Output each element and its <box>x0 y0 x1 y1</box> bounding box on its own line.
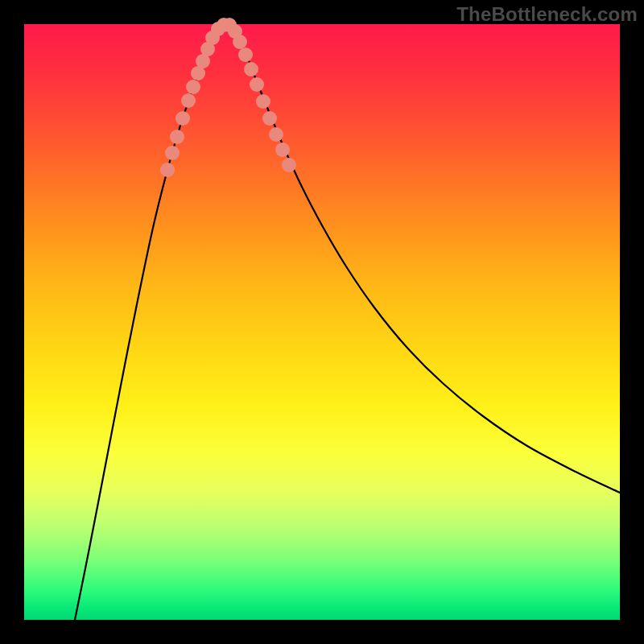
data-marker <box>269 127 283 142</box>
plot-area <box>24 24 620 620</box>
curve-svg <box>24 24 620 620</box>
data-marker <box>186 80 200 94</box>
curve-left-branch <box>75 27 217 620</box>
data-marker <box>175 111 190 126</box>
data-marker <box>250 77 264 92</box>
data-marker <box>238 47 253 62</box>
data-marker <box>262 111 277 126</box>
data-marker <box>256 94 270 109</box>
data-marker <box>181 93 196 108</box>
data-marker <box>282 158 296 172</box>
data-marker <box>165 146 180 160</box>
curve-right-branch <box>233 27 620 493</box>
watermark-text: TheBottleneck.com <box>456 3 638 26</box>
chart-frame: TheBottleneck.com <box>0 0 644 644</box>
data-marker <box>160 163 175 177</box>
data-marker <box>244 62 258 76</box>
data-marker <box>275 142 290 157</box>
data-marker <box>170 130 184 144</box>
